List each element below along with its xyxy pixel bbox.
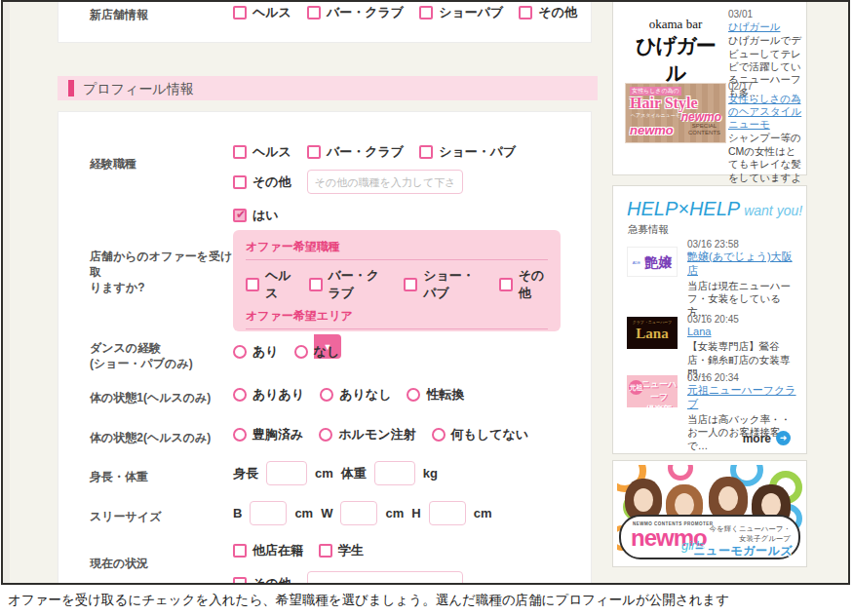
radio-body2-hormone[interactable] xyxy=(319,428,332,442)
entry-date: 03/16 23:58 xyxy=(687,239,798,250)
offer-area-title: オファー希望エリア xyxy=(246,308,548,329)
banner-copy2: 女装子グループ xyxy=(739,534,791,543)
offer-label-line1: 店舗からのオファーを受け取 xyxy=(90,250,232,279)
checkbox-newshop-barclub[interactable] xyxy=(307,6,321,19)
radio-dance-no[interactable] xyxy=(294,345,308,359)
newmo-girls-banner[interactable]: NEWMO CONTENTS PROMOTER newmo girls 今を輝く… xyxy=(617,465,802,562)
height-unit: cm xyxy=(315,466,333,481)
checkbox-label: ヘルス xyxy=(265,267,295,302)
profile-form-box: 経験職種 ヘルス バー・クラブ ショー・パブ その他 店舗からのオファーを受け取… xyxy=(58,111,592,585)
bust-unit: cm xyxy=(294,506,313,520)
checkbox-label: 学生 xyxy=(338,542,364,559)
new-shop-label: 新店舗情報 xyxy=(90,7,148,23)
new-shop-info-box: 新店舗情報 ヘルス バー・クラブ ショーパブ その他 xyxy=(58,0,592,43)
news-link-higegirl[interactable]: ひげガール xyxy=(728,20,804,33)
arrow-right-icon: ➜ xyxy=(776,431,791,445)
checkbox-exp-showpub[interactable] xyxy=(419,145,433,159)
news-date: 02/17 xyxy=(728,81,804,92)
entry-date: 03/16 20:34 xyxy=(687,372,798,383)
lana-thumbnail[interactable]: クラブ・ニューハーフ Lana xyxy=(627,317,678,349)
ganso-newhalf-thumbnail[interactable]: 元祖 ニューハーフ 倶楽部 xyxy=(627,375,678,407)
thumb-badge: 元祖 xyxy=(629,380,643,395)
status-label: 現在の状況 xyxy=(90,556,236,571)
checkbox-offerjob-health[interactable] xyxy=(246,278,259,291)
page-left-gutter xyxy=(3,2,10,583)
radio-label: あり xyxy=(252,343,279,361)
checkbox-newshop-other[interactable] xyxy=(519,6,532,19)
thumb-text: Lana xyxy=(627,325,678,342)
offer-label-line2: りますか? xyxy=(90,281,144,294)
checkbox-label: その他 xyxy=(252,575,291,586)
checkbox-newshop-health[interactable] xyxy=(233,6,247,19)
more-label: more xyxy=(743,432,771,445)
waist-label: W xyxy=(321,506,332,520)
checkbox-label: その他 xyxy=(252,173,291,191)
checkbox-exp-other[interactable] xyxy=(233,175,247,189)
radio-body1-arinashi[interactable] xyxy=(320,388,333,402)
experience-label: 経験職種 xyxy=(90,156,236,172)
checkbox-offerjob-other[interactable] xyxy=(499,278,513,291)
entry-date: 03/16 20:45 xyxy=(687,314,798,325)
radio-body1-seitenkan[interactable] xyxy=(407,388,420,402)
checkbox-label: その他 xyxy=(519,267,548,302)
experience-other-input[interactable] xyxy=(307,170,463,194)
radio-body2-hokyo[interactable] xyxy=(233,428,247,442)
checkbox-label: バー・クラブ xyxy=(327,4,404,21)
body2-label: 体の状態2(ヘルスのみ) xyxy=(90,430,236,445)
bust-input[interactable] xyxy=(250,501,287,525)
checkbox-offerjob-barclub[interactable] xyxy=(309,278,323,291)
profile-section-header: プロフィール情報 xyxy=(58,76,598,100)
checkbox-exp-barclub[interactable] xyxy=(307,145,321,159)
radio-label: 性転換 xyxy=(426,386,464,404)
newmo-logo: newmo xyxy=(630,123,674,137)
news-link-hairstyle[interactable]: 女性らしさの為のヘアスタイルニューモ xyxy=(728,93,804,131)
height-input[interactable] xyxy=(266,461,307,485)
thumb-text: 艶嬢 xyxy=(644,255,672,270)
radio-dance-yes[interactable] xyxy=(233,345,247,359)
logo-text: okama bar xyxy=(627,17,724,32)
thumb-text: ADE xyxy=(633,260,640,265)
checkbox-status-other[interactable] xyxy=(233,577,247,586)
checkbox-label: バー・クラブ xyxy=(329,267,391,302)
checkbox-status-tatenzaiseki[interactable] xyxy=(233,544,247,558)
dance-label-line1: ダンスの経験 xyxy=(90,341,161,355)
entry-link-ganso[interactable]: 元祖ニューハーフクラブ xyxy=(687,383,798,411)
thumb-text: 倶楽部 xyxy=(640,404,678,407)
section-accent-bar xyxy=(68,80,74,96)
hair-style-newmo-ad[interactable]: 女性らしさの為の Hair Style ヘアスタイルニューモ newmo new… xyxy=(625,83,726,143)
checkbox-offer-yes[interactable] xyxy=(233,209,247,222)
entry-link-lana[interactable]: Lana xyxy=(687,325,798,338)
radio-label: 何もしてない xyxy=(451,426,529,443)
hip-input[interactable] xyxy=(429,501,466,525)
ad-special1: SPECIAL xyxy=(692,123,717,129)
checkbox-offerjob-showpub[interactable] xyxy=(404,278,417,291)
height-label: 身長 xyxy=(233,465,258,482)
waist-input[interactable] xyxy=(340,501,377,525)
hip-unit: cm xyxy=(474,506,492,520)
hip-label: H xyxy=(411,506,420,520)
checkbox-label: ショー・パブ xyxy=(439,143,516,161)
banner-copy1: 今を輝くニューハーフ・ xyxy=(709,524,791,533)
checkbox-label: ヘルス xyxy=(252,4,291,21)
adejou-thumbnail[interactable]: ADE 艶嬢 JOB xyxy=(627,247,678,277)
page-frame: 新店舗情報 ヘルス バー・クラブ ショーパブ その他 プロフィール情報 経験職種… xyxy=(1,0,850,585)
news-date: 03/01 xyxy=(728,9,804,19)
help-help-box: HELP×HELPwant you! 急募情報 ADE 艶嬢 JOB 03/16… xyxy=(612,185,807,454)
help-subtitle: 急募情報 xyxy=(628,223,669,237)
weight-input[interactable] xyxy=(374,461,415,485)
radio-body2-nothing[interactable] xyxy=(432,428,446,442)
ad-special2: CONTENTS xyxy=(688,130,720,135)
radio-body1-ariari[interactable] xyxy=(233,388,247,402)
banner-name: ニューモガールズ xyxy=(693,543,793,559)
thumb-text: ニューハーフ xyxy=(640,378,678,404)
more-link[interactable]: more ➜ xyxy=(743,431,791,445)
okama-bar-higegirl-logo[interactable]: okama bar ひげガール xyxy=(627,17,724,67)
checkbox-status-student[interactable] xyxy=(319,544,332,558)
status-other-input[interactable] xyxy=(307,571,463,585)
checkbox-newshop-showpub[interactable] xyxy=(419,6,433,19)
checkbox-exp-health[interactable] xyxy=(233,145,247,159)
dance-label-line2: (ショー・パブのみ) xyxy=(90,357,193,370)
entry-link-adejou[interactable]: 艶嬢(あでじょう)大阪店 xyxy=(687,250,798,278)
offer-panel: オファー希望職種 ヘルス バー・クラブ ショー・パブ その他 オファー希望エリア… xyxy=(233,230,561,331)
decorative-ring xyxy=(668,465,693,481)
